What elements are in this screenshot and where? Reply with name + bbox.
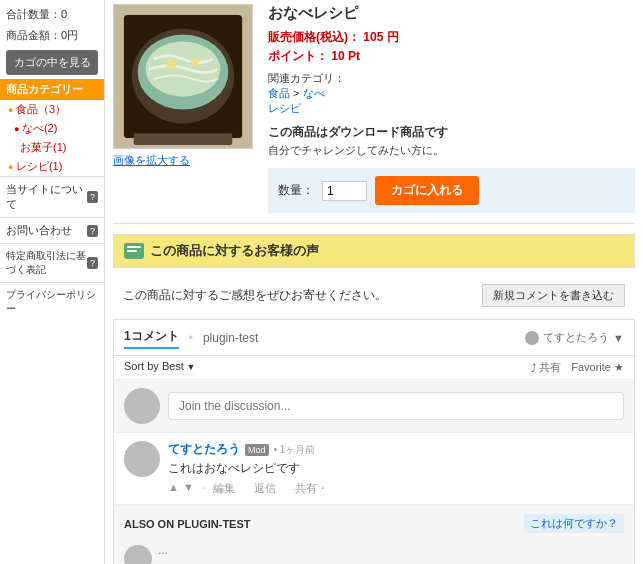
disqus-user-avatar [525,331,539,345]
view-cart-button[interactable]: カゴの中を見る [6,50,98,75]
chat-icon [124,243,144,259]
svg-rect-8 [124,243,144,256]
qty-label: 数量： [278,182,314,199]
qty-input[interactable] [322,181,367,201]
sidebar-about-label: 当サイトについて [6,182,87,212]
product-points-label: ポイント： [268,49,328,63]
comment-text: これはおなべレシピです [168,460,624,477]
product-category: 関連カテゴリ： 食品 > なべ レシピ [268,71,635,116]
sidebar-privacy-link[interactable]: プライバシーポリシー [0,282,104,321]
sidebar-contact-arrow: ? [87,225,98,237]
share-icon: ⤴ [531,362,537,374]
sidebar-item-okashi-label: お菓子(1) [20,141,66,153]
svg-rect-10 [127,246,141,248]
comments-prompt-row: この商品に対するご感想をぜひお寄せください。 新規コメントを書き込む [113,276,635,315]
comment-input-row [114,380,634,433]
sidebar-contact-label: お問い合わせ [6,223,72,238]
tab-separator: • [189,331,193,345]
favorite-action[interactable]: Favorite ★ [571,360,624,375]
input-avatar [124,388,160,424]
product-name: おなべレシピ [268,4,635,23]
voice-icon [124,243,144,259]
sidebar-item-okashi[interactable]: お菓子(1) [0,138,104,157]
product-image-area: 画像を拡大する [113,4,258,213]
new-comment-button[interactable]: 新規コメントを書き込む [482,284,625,307]
reply-button[interactable]: 返信 [254,481,276,496]
comment-actions: ▲ ▼ ・ 編集 返信 共有・ [168,481,624,496]
comment-input[interactable] [168,392,624,420]
product-price: 販売価格(税込)： 105 円 [268,29,635,46]
add-to-cart-button[interactable]: カゴに入れる [375,176,479,205]
also-on-item: … [124,541,624,564]
svg-point-6 [191,58,199,66]
comment-body: てすとたろう Mod • 1ヶ月前 これはおなべレシピです ▲ ▼ ・ 編集 返… [168,441,624,496]
also-on-link[interactable]: これは何ですか？ [524,514,624,533]
comment-time: • 1ヶ月前 [274,443,316,457]
product-price-value: 105 円 [363,30,398,44]
sidebar: 合計数量：0 商品金額：0円 カゴの中を見る 商品カテゴリー 食品（3） なべ(… [0,0,105,564]
tab-plugin-test[interactable]: plugin-test [203,329,258,347]
svg-point-5 [166,59,176,69]
sidebar-item-recipe[interactable]: レシピ(1) [0,157,104,176]
sort-button[interactable]: Sort by Best [124,360,195,372]
category-section-header: 商品カテゴリー [0,79,104,100]
also-on-avatar-1 [124,545,152,564]
comment-author[interactable]: てすとたろう [168,441,240,458]
edit-button[interactable]: 編集 [213,481,235,496]
share-comment-button[interactable]: 共有・ [295,481,328,496]
sidebar-legal-arrow: ? [87,257,98,269]
sidebar-legal-label: 特定商取引法に基づく表記 [6,249,87,277]
category-link-nabe[interactable]: なべ [303,87,325,99]
sidebar-privacy-label: プライバシーポリシー [6,288,98,316]
sidebar-legal-link[interactable]: 特定商取引法に基づく表記 ? [0,243,104,282]
disqus-actions-row: Sort by Best ⤴ 共有 Favorite ★ [114,356,634,380]
disqus-widget: 1コメント • plugin-test てすとたろう ▼ Sort by Bes… [113,319,635,564]
customer-voice-title: この商品に対するお客様の声 [150,242,319,260]
category-link-food[interactable]: 食品 [268,87,290,99]
also-on-items: … … [114,541,634,564]
product-category-label: 関連カテゴリ： [268,72,345,84]
customer-voice-header: この商品に対するお客様の声 [113,234,635,268]
category-link-recipe[interactable]: レシピ [268,102,301,114]
share-action[interactable]: ⤴ 共有 [531,360,561,375]
sidebar-item-food[interactable]: 食品（3） [0,100,104,119]
disqus-tabs-row: 1コメント • plugin-test てすとたろう ▼ [114,320,634,356]
product-image [113,4,253,149]
sidebar-item-food-label: 食品（3） [16,103,66,115]
svg-marker-9 [128,256,132,259]
cart-total-qty: 合計数量：0 [0,4,104,25]
comment-item: てすとたろう Mod • 1ヶ月前 これはおなべレシピです ▲ ▼ ・ 編集 返… [114,433,634,505]
disqus-user: てすとたろう ▼ [525,330,624,345]
sidebar-item-nabe-label: なべ(2) [22,122,57,134]
sidebar-contact-link[interactable]: お問い合わせ ? [0,217,104,243]
also-on-text-1: … [158,545,168,556]
cart-total-price: 商品金額：0円 [0,25,104,46]
vote-up-button[interactable]: ▲ [168,481,179,496]
comments-prompt-text: この商品に対するご感想をぜひお寄せください。 [123,287,387,304]
comment-avatar [124,441,160,477]
sidebar-item-nabe[interactable]: なべ(2) [0,119,104,138]
comment-mod-badge: Mod [245,444,269,456]
vote-down-button[interactable]: ▼ [183,481,194,496]
sort-area: Sort by Best [124,360,195,375]
share-label: 共有 [539,360,561,375]
product-section: 画像を拡大する おなべレシピ 販売価格(税込)： 105 円 ポイント： 10 … [113,4,635,224]
product-price-label: 販売価格(税込)： [268,30,360,44]
tab-comments[interactable]: 1コメント [124,326,179,349]
sidebar-about-link[interactable]: 当サイトについて ? [0,176,104,217]
disqus-user-arrow[interactable]: ▼ [613,332,624,344]
product-download-sub: 自分でチャレンジしてみたい方に。 [268,143,635,158]
product-points: ポイント： 10 Pt [268,48,635,65]
also-on-header: ALSO ON PLUGIN-TEST これは何ですか？ [114,505,634,541]
sidebar-about-arrow: ? [87,191,98,203]
enlarge-image-link[interactable]: 画像を拡大する [113,153,258,168]
product-points-value: 10 Pt [331,49,360,63]
product-download-note: この商品はダウンロード商品です [268,124,635,141]
main-content: 画像を拡大する おなべレシピ 販売価格(税込)： 105 円 ポイント： 10 … [105,0,643,564]
sidebar-item-recipe-label: レシピ(1) [16,160,62,172]
product-qty-row: 数量： カゴに入れる [268,168,635,213]
also-on-title: ALSO ON PLUGIN-TEST [124,518,251,530]
disqus-user-name: てすとたろう [543,330,609,345]
svg-rect-11 [127,250,137,252]
comment-author-row: てすとたろう Mod • 1ヶ月前 [168,441,624,458]
